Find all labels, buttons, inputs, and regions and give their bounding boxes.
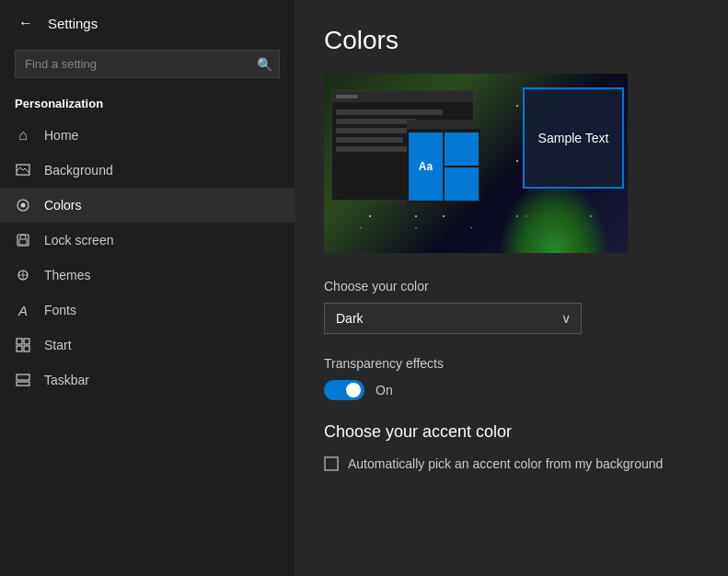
- taskbar-icon: [15, 372, 31, 388]
- choose-color-label: Choose your color: [324, 279, 699, 294]
- sidebar-header: ← Settings: [0, 0, 295, 46]
- sidebar-item-colors[interactable]: Colors: [0, 188, 295, 223]
- svg-rect-7: [24, 339, 29, 344]
- themes-icon: [15, 267, 31, 283]
- fonts-icon: A: [15, 302, 31, 318]
- sidebar-item-fonts-label: Fonts: [44, 303, 76, 317]
- page-title: Colors: [324, 26, 699, 55]
- choose-color-group: Choose your color Light Dark Custom ∨: [324, 279, 699, 334]
- lock-screen-icon: [15, 232, 31, 248]
- sidebar-item-home-label: Home: [44, 128, 78, 143]
- sidebar-item-colors-label: Colors: [44, 198, 81, 213]
- settings-title: Settings: [48, 16, 98, 31]
- sidebar-item-start-label: Start: [44, 338, 72, 352]
- tile-main: Aa: [409, 132, 443, 201]
- search-input[interactable]: [15, 50, 280, 78]
- sidebar-item-background[interactable]: Background: [0, 153, 295, 188]
- color-dropdown-wrapper: Light Dark Custom ∨: [324, 303, 582, 334]
- colors-icon: [15, 197, 31, 213]
- svg-rect-6: [17, 339, 22, 344]
- tiles-top-bar: [407, 120, 480, 129]
- tile-aa-label: Aa: [419, 160, 433, 173]
- sidebar-item-lock-screen-label: Lock screen: [44, 233, 113, 248]
- sample-text-label: Sample Text: [538, 131, 609, 145]
- transparency-toggle[interactable]: [324, 380, 364, 400]
- main-content: Colors Aa: [295, 0, 728, 576]
- toggle-thumb: [346, 383, 361, 397]
- color-dropdown[interactable]: Light Dark Custom: [324, 303, 582, 334]
- auto-accent-checkbox[interactable]: [324, 456, 339, 471]
- sidebar-item-themes[interactable]: Themes: [0, 258, 295, 293]
- sample-text-box: Sample Text: [523, 87, 624, 189]
- svg-rect-8: [17, 346, 22, 351]
- search-box-container: 🔍: [15, 50, 280, 78]
- sidebar-item-taskbar-label: Taskbar: [44, 373, 89, 387]
- sidebar: ← Settings 🔍 Personalization ⌂ Home Back…: [0, 0, 295, 576]
- dark-window-titlebar: [332, 91, 473, 102]
- sidebar-item-themes-label: Themes: [44, 268, 91, 282]
- transparency-label: Transparency effects: [324, 356, 699, 371]
- home-icon: ⌂: [15, 127, 31, 144]
- svg-rect-10: [17, 382, 29, 386]
- tile-small-1: [445, 132, 479, 166]
- svg-rect-4: [19, 239, 27, 245]
- personalization-label: Personalization: [0, 89, 295, 118]
- toggle-on-label: On: [376, 383, 393, 397]
- svg-rect-11: [17, 374, 29, 380]
- sidebar-item-fonts[interactable]: A Fonts: [0, 293, 295, 328]
- accent-color-group: Choose your accent color Automatically p…: [324, 422, 699, 471]
- sidebar-nav: ⌂ Home Background Colors: [0, 118, 295, 397]
- svg-rect-9: [24, 346, 29, 351]
- search-icon[interactable]: 🔍: [257, 57, 272, 72]
- sidebar-item-taskbar[interactable]: Taskbar: [0, 363, 295, 397]
- sidebar-item-background-label: Background: [44, 163, 113, 178]
- transparency-row: On: [324, 380, 699, 400]
- background-icon: [15, 162, 31, 179]
- svg-point-2: [21, 203, 26, 208]
- blue-tiles-preview: Aa: [407, 120, 480, 202]
- tiles-grid: Aa: [407, 131, 480, 202]
- accent-color-title: Choose your accent color: [324, 422, 699, 442]
- sidebar-item-home[interactable]: ⌂ Home: [0, 118, 295, 153]
- auto-accent-label: Automatically pick an accent color from …: [348, 456, 663, 471]
- transparency-group: Transparency effects On: [324, 356, 699, 400]
- back-button[interactable]: ←: [15, 11, 37, 35]
- color-preview: Aa Sample Text: [324, 74, 628, 253]
- auto-accent-row: Automatically pick an accent color from …: [324, 456, 699, 471]
- sidebar-item-start[interactable]: Start: [0, 328, 295, 363]
- tile-small-2: [445, 167, 479, 201]
- sidebar-item-lock-screen[interactable]: Lock screen: [0, 223, 295, 258]
- start-icon: [15, 337, 31, 353]
